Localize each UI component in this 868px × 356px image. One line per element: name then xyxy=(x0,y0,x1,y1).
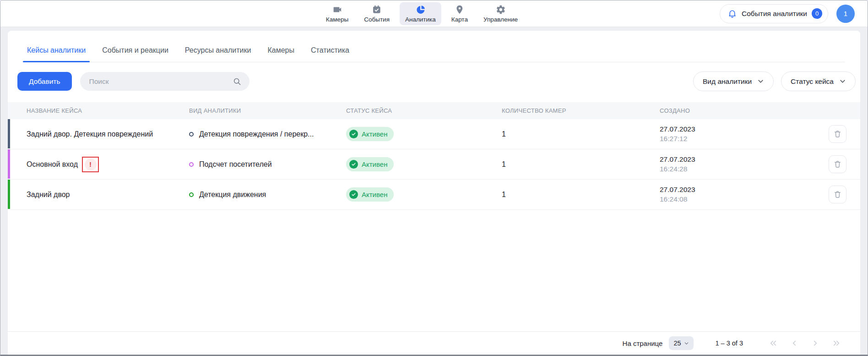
case-status-cell: Активен xyxy=(327,127,483,141)
per-page-label: На странице xyxy=(623,340,663,347)
case-status-cell: Активен xyxy=(327,187,483,202)
nav-item-events[interactable]: События xyxy=(358,2,395,25)
nav-item-map[interactable]: Карта xyxy=(446,2,473,25)
cases-table: НАЗВАНИЕ КЕЙСА ВИД АНАЛИТИКИ СТАТУС КЕЙС… xyxy=(8,102,860,210)
next-page-button[interactable] xyxy=(811,339,820,348)
nav-label: Аналитика xyxy=(405,16,436,23)
case-name: Задний двор. Детекция повреждений xyxy=(27,130,153,138)
status-badge: Активен xyxy=(346,157,394,171)
analytics-type-dot-icon xyxy=(189,192,194,197)
table-header: НАЗВАНИЕ КЕЙСА ВИД АНАЛИТИКИ СТАТУС КЕЙС… xyxy=(8,102,860,119)
delete-case-button[interactable] xyxy=(829,125,846,143)
analytics-events-label: События аналитики xyxy=(742,10,807,18)
main-navigation: Камеры События Аналитика Карта Управлени… xyxy=(320,0,523,27)
nav-label: Управление xyxy=(483,16,518,23)
trash-icon xyxy=(833,130,842,138)
check-circle-icon xyxy=(349,160,358,169)
pie-chart-icon xyxy=(415,5,425,15)
search-icon xyxy=(233,77,241,86)
analytics-type-dot-icon xyxy=(189,132,194,137)
video-camera-icon xyxy=(332,5,342,15)
last-page-button[interactable] xyxy=(832,339,841,348)
nav-label: Камеры xyxy=(326,16,348,23)
double-chevron-right-icon xyxy=(832,339,841,347)
per-page-value: 25 xyxy=(673,340,681,347)
created-date: 27.07.2023 xyxy=(660,186,810,194)
trash-icon xyxy=(833,160,842,169)
chevron-right-icon xyxy=(811,339,819,347)
map-pin-icon xyxy=(455,5,465,15)
trash-icon xyxy=(833,190,842,199)
add-case-button[interactable]: Добавить xyxy=(17,72,72,91)
chevron-down-icon xyxy=(684,341,689,346)
check-circle-icon xyxy=(349,130,358,138)
status-label: Активен xyxy=(362,130,387,138)
delete-case-button[interactable] xyxy=(829,155,846,173)
page-range-text: 1 – 3 of 3 xyxy=(716,340,743,347)
status-badge: Активен xyxy=(346,127,394,141)
created-time: 16:24:08 xyxy=(660,195,810,203)
status-label: Активен xyxy=(362,160,387,168)
check-circle-icon xyxy=(349,190,358,199)
tab-analytics-resources[interactable]: Ресурсы аналитики xyxy=(181,41,255,62)
camera-count-cell: 1 xyxy=(483,160,641,169)
analytics-type-cell: Подсчет посетителей xyxy=(170,160,327,169)
created-date: 27.07.2023 xyxy=(660,155,810,164)
row-actions-cell xyxy=(810,186,860,203)
toolbar-filters: Вид аналитики Статус кейса xyxy=(693,71,856,91)
search-input[interactable] xyxy=(80,72,250,91)
error-exclamation-icon: ! xyxy=(85,159,97,170)
analytics-type-cell: Детекция движения xyxy=(170,191,327,199)
nav-item-analytics[interactable]: Аналитика xyxy=(400,2,441,25)
prev-page-button[interactable] xyxy=(790,339,799,348)
filter-label: Статус кейса xyxy=(791,77,834,86)
table-row[interactable]: Задний двор. Детекция повреждений Детекц… xyxy=(8,119,860,149)
table-row[interactable]: Задний двор Детекция движения Активен 1 … xyxy=(8,180,860,210)
tab-cameras[interactable]: Камеры xyxy=(263,41,298,62)
case-name-cell: Задний двор. Детекция повреждений xyxy=(8,130,170,138)
nav-item-management[interactable]: Управление xyxy=(478,2,523,25)
chevron-left-icon xyxy=(790,339,798,347)
tab-statistics[interactable]: Статистика xyxy=(307,41,353,62)
nav-label: События xyxy=(364,16,390,23)
per-page-select[interactable]: 25 xyxy=(669,336,693,350)
double-chevron-left-icon xyxy=(769,339,777,347)
search-box xyxy=(80,72,250,91)
top-bar-right: События аналитики 0 1 xyxy=(720,0,855,27)
tab-events-reactions[interactable]: События и реакции xyxy=(98,41,173,62)
user-avatar[interactable]: 1 xyxy=(836,5,855,23)
delete-case-button[interactable] xyxy=(829,186,846,203)
analytics-type-dot-icon xyxy=(189,162,194,167)
col-header-case-name: НАЗВАНИЕ КЕЙСА xyxy=(8,107,170,114)
events-count-badge: 0 xyxy=(812,8,822,19)
nav-item-cameras[interactable]: Камеры xyxy=(320,2,354,25)
chevron-down-icon xyxy=(757,78,764,85)
row-accent-bar xyxy=(8,149,10,179)
camera-count-cell: 1 xyxy=(483,191,641,199)
case-name: Основной вход xyxy=(27,160,78,169)
pagination-bar: На странице 25 1 – 3 of 3 xyxy=(8,331,860,355)
analytics-events-button[interactable]: События аналитики 0 xyxy=(720,4,828,23)
created-cell: 27.07.2023 16:24:08 xyxy=(641,186,810,203)
created-cell: 27.07.2023 16:24:28 xyxy=(641,155,810,173)
analytics-type-filter[interactable]: Вид аналитики xyxy=(693,71,774,91)
case-status-filter[interactable]: Статус кейса xyxy=(781,71,856,91)
content-card: Кейсы аналитики События и реакции Ресурс… xyxy=(8,31,860,355)
col-header-camera-count: КОЛИЧЕСТВО КАМЕР xyxy=(483,107,641,114)
created-time: 16:27:12 xyxy=(660,135,810,143)
calendar-check-icon xyxy=(372,5,382,15)
row-accent-bar xyxy=(8,180,10,209)
analytics-type-label: Детекция повреждения / перекр... xyxy=(199,130,314,138)
first-page-button[interactable] xyxy=(769,339,778,348)
section-tabs: Кейсы аналитики События и реакции Ресурс… xyxy=(23,31,845,62)
error-highlight-box: ! xyxy=(82,157,99,172)
created-date: 27.07.2023 xyxy=(660,125,810,133)
tab-analytics-cases[interactable]: Кейсы аналитики xyxy=(23,41,90,62)
chevron-down-icon xyxy=(839,78,846,85)
analytics-type-cell: Детекция повреждения / перекр... xyxy=(170,130,327,138)
table-row[interactable]: Основной вход ! Подсчет посетителей Акти… xyxy=(8,149,860,180)
pager-controls xyxy=(769,339,841,348)
created-cell: 27.07.2023 16:27:12 xyxy=(641,125,810,143)
created-time: 16:24:28 xyxy=(660,165,810,173)
camera-count-cell: 1 xyxy=(483,130,641,138)
